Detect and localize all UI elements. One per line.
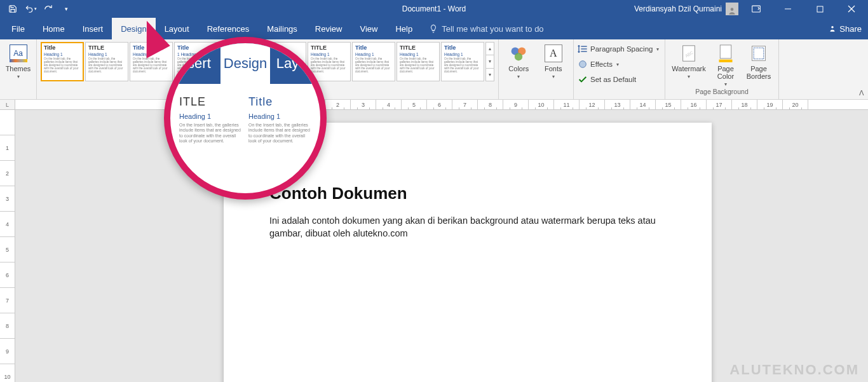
tab-references[interactable]: References	[198, 18, 258, 39]
spacing-effects-group: Paragraph Spacing▾ Effects▾ Set as Defau…	[574, 39, 665, 99]
style-set-thumb[interactable]: TitleHeading 1On the Insert tab, the gal…	[41, 42, 84, 81]
watermark-icon: ABC	[679, 43, 699, 64]
document-viewport[interactable]: Contoh Dokumen Ini adalah contoh dokumen…	[15, 110, 868, 382]
chevron-down-icon: ▾	[17, 74, 20, 79]
tab-review[interactable]: Review	[306, 18, 351, 39]
themes-button[interactable]: Aa Themes ▾	[4, 42, 32, 88]
page-color-icon	[715, 43, 736, 64]
colors-button[interactable]: Colors ▾	[503, 42, 535, 88]
maximize-button[interactable]	[806, 0, 834, 18]
paragraph-spacing-button[interactable]: Paragraph Spacing▾	[578, 42, 661, 56]
style-set-thumb[interactable]: TITLEHeading 1On the Insert tab, the gal…	[397, 42, 440, 81]
page-borders-button[interactable]: Page Borders	[743, 42, 775, 88]
svg-rect-17	[719, 60, 733, 62]
user-name[interactable]: Verdiansyah Dzil Qurnaini	[634, 4, 722, 13]
redo-button[interactable]	[41, 2, 56, 16]
title-bar: ▾ ▾ Document1 - Word Verdiansyah Dzil Qu…	[0, 0, 868, 18]
undo-button[interactable]: ▾	[23, 2, 38, 16]
document-page[interactable]: Contoh Dokumen Ini adalah contoh dokumen…	[224, 123, 712, 382]
share-icon	[828, 24, 837, 33]
colors-label: Colors	[508, 65, 529, 72]
tab-design[interactable]: Design	[112, 18, 155, 39]
set-as-default-button[interactable]: Set as Default	[578, 72, 661, 86]
share-label: Share	[839, 24, 862, 34]
tab-file[interactable]: File	[3, 18, 34, 39]
effects-icon	[578, 59, 588, 69]
qat-customize-button[interactable]: ▾	[58, 2, 74, 16]
lightbulb-icon	[429, 24, 438, 33]
workspace: L 1234567891011121314151617181920 123456…	[0, 100, 868, 382]
tell-me-search[interactable]: Tell me what you want to do	[421, 18, 551, 39]
effects-label: Effects	[590, 60, 613, 68]
ruler-corner[interactable]: L	[0, 100, 15, 110]
svg-rect-16	[720, 45, 731, 58]
chevron-down-icon: ▾	[724, 81, 727, 87]
document-formatting-label: Document Formatting	[41, 88, 494, 98]
user-avatar-icon[interactable]	[726, 3, 738, 15]
collapse-ribbon-button[interactable]: ᐱ	[859, 89, 864, 97]
page-borders-icon	[749, 43, 769, 64]
set-as-default-label: Set as Default	[590, 76, 636, 83]
quick-access-toolbar: ▾ ▾	[0, 2, 74, 16]
horizontal-ruler[interactable]: 1234567891011121314151617181920	[15, 100, 868, 110]
watermark-button[interactable]: ABC Watermark ▾	[669, 42, 709, 88]
chevron-down-icon: ▾	[517, 74, 520, 79]
chevron-down-icon: ▾	[688, 74, 690, 79]
style-set-thumb[interactable]: TitleHeading 1On the Insert tab, the gal…	[263, 42, 306, 81]
check-icon	[578, 74, 588, 85]
save-button[interactable]	[5, 2, 20, 16]
document-formatting-group: TitleHeading 1On the Insert tab, the gal…	[37, 39, 499, 99]
page-color-button[interactable]: Page Color ▾	[711, 42, 740, 88]
tab-view[interactable]: View	[351, 18, 386, 39]
share-button[interactable]: Share	[828, 18, 862, 39]
page-color-label: Page Color	[711, 65, 740, 80]
document-body-text[interactable]: Ini adalah contoh dokumen yang akan di b…	[269, 215, 666, 240]
gallery-up-icon[interactable]: ▴	[486, 43, 494, 55]
colors-icon	[508, 43, 529, 64]
minimize-button[interactable]	[774, 0, 802, 18]
page-background-group: ABC Watermark ▾ Page Color ▾ Page Border…	[665, 39, 779, 99]
watermark-label: Watermark	[672, 65, 705, 72]
window-title: Document1 - Word	[402, 4, 466, 13]
style-set-thumb[interactable]: TITLEHeading 1On the Insert tab, the gal…	[85, 42, 128, 81]
ribbon-spacer: ᐱ	[779, 39, 868, 99]
fonts-label: Fonts	[545, 65, 562, 72]
brand-watermark: ALUTEKNO.COM	[729, 362, 859, 378]
gallery-down-icon[interactable]: ▾	[486, 55, 494, 68]
svg-point-13	[580, 61, 587, 68]
effects-button[interactable]: Effects▾	[578, 57, 661, 71]
svg-point-6	[832, 26, 834, 29]
fonts-button[interactable]: A Fonts ▾	[538, 42, 570, 88]
style-set-thumb[interactable]: TitleHeading 1On the Insert tab, the gal…	[219, 42, 262, 81]
page-background-label: Page Background	[669, 88, 775, 98]
vertical-ruler[interactable]: 1234567891011	[0, 110, 15, 382]
ribbon: Aa Themes ▾ TitleHeading 1On the Insert …	[0, 39, 868, 100]
style-set-thumb[interactable]: TitleHeading 1On the Insert tab, the gal…	[130, 42, 173, 81]
paragraph-spacing-label: Paragraph Spacing	[590, 45, 653, 53]
ribbon-display-options-button[interactable]	[742, 0, 770, 18]
style-gallery-nav[interactable]: ▴▾▾	[485, 42, 494, 81]
ribbon-tabs: File Home Insert Design Layout Reference…	[0, 18, 868, 39]
fonts-icon: A	[543, 43, 564, 64]
gallery-more-icon[interactable]: ▾	[486, 69, 494, 81]
svg-rect-18	[752, 46, 766, 61]
style-set-thumb[interactable]: Title1 Heading 1On the Insert tab, the g…	[174, 42, 217, 81]
themes-group: Aa Themes ▾	[0, 39, 37, 99]
document-heading[interactable]: Contoh Dokumen	[269, 184, 666, 203]
paragraph-spacing-icon	[578, 44, 588, 54]
tab-mailings[interactable]: Mailings	[258, 18, 306, 39]
tab-help[interactable]: Help	[386, 18, 421, 39]
svg-rect-3	[817, 6, 823, 12]
style-set-thumb[interactable]: TitleHeading 1On the Insert tab, the gal…	[352, 42, 395, 81]
style-set-gallery[interactable]: TitleHeading 1On the Insert tab, the gal…	[41, 42, 494, 88]
tab-insert[interactable]: Insert	[74, 18, 112, 39]
tell-me-placeholder: Tell me what you want to do	[442, 24, 543, 34]
style-set-thumb[interactable]: TitleHeading 1On the Insert tab, the gal…	[441, 42, 484, 81]
tab-home[interactable]: Home	[34, 18, 74, 39]
style-set-thumb[interactable]: TITLEHeading 1On the Insert tab, the gal…	[308, 42, 351, 81]
close-button[interactable]	[837, 0, 865, 18]
svg-point-0	[731, 8, 734, 11]
themes-label: Themes	[6, 65, 31, 72]
themes-icon: Aa	[8, 43, 29, 64]
tab-layout[interactable]: Layout	[156, 18, 198, 39]
